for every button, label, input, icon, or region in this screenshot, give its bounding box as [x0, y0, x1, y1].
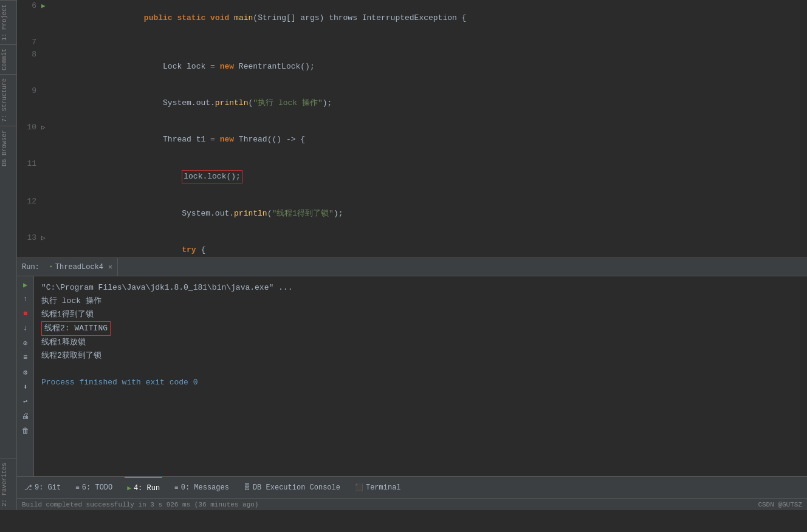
tab-db-exec[interactable]: 🗄 DB Execution Console	[241, 477, 343, 498]
run-label: Run:	[22, 263, 39, 271]
highlighted-lock-call: lock.lock();	[182, 170, 242, 183]
sidebar-item-commit[interactable]: Commit	[0, 44, 16, 74]
kw-static: static	[177, 13, 205, 22]
kw-new2: new	[220, 135, 234, 144]
code-semi9: );	[323, 98, 332, 107]
tab-messages-label: 0: Messages	[181, 483, 229, 492]
run-up-button[interactable]: ↑	[19, 293, 32, 305]
sidebar-item-favorites[interactable]: 2: Favorites	[0, 459, 16, 510]
table-row: 13 ▷ try {	[17, 232, 807, 257]
tab-git-label: 9: Git	[35, 483, 61, 492]
kw-void: void	[210, 13, 229, 22]
code-thread-decl: Thread t1 =	[163, 135, 220, 144]
table-row: 11 lock.lock();	[17, 158, 807, 196]
gutter2	[53, 196, 66, 232]
line-number: 9	[17, 85, 41, 121]
tab-todo[interactable]: ≡ 6: TODO	[73, 477, 115, 498]
gutter	[41, 85, 53, 121]
kw-public: public	[144, 13, 173, 22]
close-tab-icon[interactable]: ✕	[108, 262, 112, 271]
line-number: 10	[17, 121, 41, 158]
run-settings-button[interactable]: ⚙	[19, 366, 32, 378]
table-row: 10 ▷ Thread t1 = new Thread(() -> {	[17, 121, 807, 158]
gutter2	[53, 49, 66, 85]
sidebar-item-db-browser[interactable]: DB Browser	[0, 126, 16, 170]
gutter-arrow13: ▷	[41, 232, 53, 257]
code-table: 6 ▶ public static void main(String[] arg…	[17, 0, 807, 257]
table-row: 6 ▶ public static void main(String[] arg…	[17, 0, 807, 36]
run-down-button[interactable]: ↓	[19, 322, 32, 335]
run-back-button[interactable]: ↩	[19, 395, 32, 408]
code-line-12: System.out.println("线程1得到了锁");	[66, 196, 807, 232]
output-line-6: 线程2获取到了锁	[41, 349, 800, 363]
code-line-10: Thread t1 = new Thread(() -> {	[66, 121, 807, 158]
gutter2	[53, 158, 66, 196]
terminal-icon: ⬛	[355, 483, 363, 491]
output-blank	[41, 363, 800, 376]
output-line-1: "C:\Program Files\Java\jdk1.8.0_181\bin\…	[41, 281, 800, 295]
gutter	[41, 158, 53, 196]
output-process-line: Process finished with exit code 0	[41, 376, 800, 389]
tab-git[interactable]: ⎇ 9: Git	[22, 477, 63, 498]
run-play-button[interactable]: ▶	[19, 279, 32, 291]
table-row: 7	[17, 36, 807, 49]
gutter	[41, 49, 53, 85]
run-tab-threadlock4[interactable]: ▪ ThreadLock4 ✕	[44, 258, 118, 276]
run-print-button[interactable]: 🖨	[19, 410, 32, 422]
string-12: "线程1得到了锁"	[272, 209, 333, 218]
tab-run[interactable]: ▶ 4: Run	[125, 477, 162, 498]
kw-try: try	[182, 245, 196, 254]
tab-terminal[interactable]: ⬛ Terminal	[352, 477, 404, 498]
main-container: 6 ▶ public static void main(String[] arg…	[17, 0, 807, 510]
run-trash-button[interactable]: 🗑	[19, 425, 32, 437]
tab-messages[interactable]: ≡ 0: Messages	[172, 477, 232, 498]
code-line-7	[66, 36, 807, 49]
gutter2	[53, 85, 66, 121]
gutter-bookmark	[53, 0, 66, 36]
run-left-toolbar: ▶ ↑ ■ ↓ ⊙ ≡ ⚙ ⬇ ↩ 🖨 🗑	[17, 276, 34, 476]
output-line-3: 线程1得到了锁	[41, 308, 800, 321]
csdn-watermark: CSDN @GUTSZ	[758, 501, 802, 508]
bottom-bar: ⎇ 9: Git ≡ 6: TODO ▶ 4: Run ≡ 0: Message…	[17, 476, 807, 498]
line-number: 7	[17, 36, 41, 49]
gutter	[41, 196, 53, 232]
code-line-6: public static void main(String[] args) t…	[66, 0, 807, 36]
line-number: 13	[17, 232, 41, 257]
db-icon: 🗄	[244, 483, 250, 491]
string-9: "执行 lock 操作"	[253, 98, 322, 107]
run-download-button[interactable]: ⬇	[19, 381, 32, 393]
code-reentrant: ReentrantLock();	[234, 62, 315, 71]
code-sysout9: System.out.	[163, 98, 215, 107]
code-line-8: Lock lock = new ReentrantLock();	[66, 49, 807, 85]
table-row: 8 Lock lock = new ReentrantLock();	[17, 49, 807, 85]
fold-arrow-icon: ▷	[41, 124, 46, 131]
line-number: 11	[17, 158, 41, 196]
tab-todo-label: 6: TODO	[82, 483, 112, 492]
run-wrap-button[interactable]: ≡	[19, 352, 32, 364]
run-panel: Run: ▪ ThreadLock4 ✕ ▶ ↑ ■ ↓ ⊙ ≡ ⚙ ⬇ ↩ 🖨…	[17, 257, 807, 476]
method-println9: println	[215, 98, 249, 107]
sidebar-item-project[interactable]: 1: Project	[0, 0, 16, 44]
sidebar-item-structure[interactable]: 7: Structure	[0, 74, 16, 126]
waiting-badge: 线程2: WAITING	[41, 321, 111, 336]
table-row: 9 System.out.println("执行 lock 操作");	[17, 85, 807, 121]
run-icon: ▶	[127, 484, 131, 492]
code-exc: InterruptedException {	[357, 13, 466, 22]
run-panel-header: Run: ▪ ThreadLock4 ✕	[17, 258, 807, 276]
run-camera-button[interactable]: ⊙	[19, 337, 32, 349]
fold-arrow2-icon: ▷	[41, 234, 46, 242]
run-stop-button[interactable]: ■	[19, 308, 32, 320]
line-number: 8	[17, 49, 41, 85]
messages-icon: ≡	[174, 484, 179, 491]
tab-db-label: DB Execution Console	[253, 483, 340, 492]
method-main: main	[234, 13, 253, 22]
line-number: 6	[17, 0, 41, 36]
line-number: 12	[17, 196, 41, 232]
run-tab-icon: ▪	[49, 264, 53, 270]
gutter	[41, 36, 53, 49]
run-tab-label: ThreadLock4	[55, 263, 103, 271]
gutter2	[53, 232, 66, 257]
gutter-arrow: ▶	[41, 0, 53, 36]
tab-terminal-label: Terminal	[366, 483, 401, 492]
table-row: 12 System.out.println("线程1得到了锁");	[17, 196, 807, 232]
